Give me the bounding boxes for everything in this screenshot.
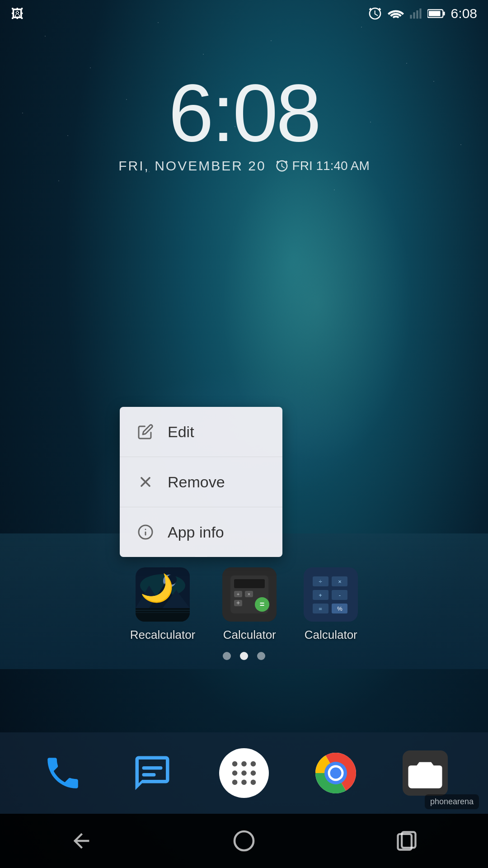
svg-text:=: = [260, 600, 265, 609]
svg-text:=: = [319, 605, 322, 612]
svg-rect-5 [443, 12, 445, 16]
svg-text:-: - [339, 592, 341, 599]
alarm-text: FRI 11:40 AM [275, 159, 370, 173]
nav-home-button[interactable] [226, 823, 262, 859]
camera-icon [403, 750, 448, 796]
page-dot-3[interactable] [257, 652, 265, 660]
nav-recents-button[interactable] [389, 823, 425, 859]
svg-rect-3 [419, 9, 421, 19]
signal-icon [409, 7, 422, 20]
status-right-icons: 6:08 [368, 6, 477, 21]
edit-icon [136, 422, 155, 441]
menu-item-appinfo[interactable]: App info [120, 507, 282, 557]
svg-text:+: + [319, 592, 322, 599]
nav-back-button[interactable] [63, 823, 99, 859]
svg-point-48 [232, 761, 238, 767]
svg-point-60 [330, 768, 342, 779]
appinfo-label: App info [168, 524, 224, 541]
alarm-icon [368, 6, 382, 21]
svg-point-15 [167, 575, 177, 585]
svg-text:+: + [237, 591, 239, 597]
status-time: 6:08 [451, 6, 477, 21]
svg-rect-2 [416, 10, 418, 19]
svg-text:÷: ÷ [319, 578, 322, 585]
svg-rect-63 [402, 832, 415, 848]
svg-rect-0 [410, 15, 412, 19]
svg-point-50 [251, 761, 256, 767]
svg-point-54 [232, 780, 238, 785]
watermark: phonearena [425, 794, 479, 809]
battery-icon [427, 7, 446, 20]
app-item-recalculator[interactable]: Recalculator [130, 567, 196, 642]
messaging-icon [130, 750, 175, 796]
svg-point-55 [241, 780, 247, 785]
clock-area: 6:08 FRI, NOVEMBER 20 FRI 11:40 AM [0, 72, 488, 174]
svg-rect-1 [413, 12, 415, 19]
app-item-calculator1[interactable]: + × = + Calculator [222, 567, 277, 642]
watermark-text: phonearena [425, 794, 479, 809]
recalculator-icon [136, 567, 190, 622]
svg-text:×: × [338, 578, 342, 585]
apps-drawer-icon [219, 748, 269, 798]
svg-rect-33 [304, 567, 358, 622]
dock [0, 732, 488, 814]
calculator2-label: Calculator [305, 628, 357, 642]
app-item-calculator2[interactable]: ÷ × + - = % Calculator [304, 567, 358, 642]
page-dot-1[interactable] [223, 652, 231, 660]
recalculator-image [136, 567, 190, 622]
dock-item-camera[interactable] [403, 750, 448, 796]
calculator1-icon: + × = + [222, 567, 277, 622]
phone-icon [40, 750, 85, 796]
svg-point-53 [251, 770, 256, 776]
date-alarm-row: FRI, NOVEMBER 20 FRI 11:40 AM [0, 158, 488, 174]
dock-item-phone[interactable] [40, 750, 85, 796]
alarm-small-icon [275, 159, 289, 173]
context-menu: Edit Remove App info [120, 407, 282, 557]
dock-item-apps[interactable] [219, 748, 269, 798]
calculator2-image: ÷ × + - = % [304, 567, 358, 622]
svg-rect-24 [234, 579, 265, 588]
svg-text:+: + [236, 599, 240, 606]
svg-rect-6 [428, 11, 440, 16]
svg-point-14 [163, 575, 176, 587]
calculator1-image: + × = + [222, 567, 277, 622]
page-indicator [0, 652, 488, 660]
svg-text:%: % [337, 605, 343, 612]
recalculator-label: Recalculator [130, 628, 196, 642]
dock-item-messaging[interactable] [130, 750, 175, 796]
svg-rect-47 [142, 773, 156, 777]
calculator1-label: Calculator [223, 628, 276, 642]
svg-point-56 [251, 780, 256, 785]
edit-label: Edit [168, 423, 194, 441]
svg-point-51 [232, 770, 238, 776]
remove-icon [136, 472, 155, 491]
main-clock: 6:08 [0, 72, 488, 154]
svg-point-52 [241, 770, 247, 776]
nav-bar [0, 814, 488, 868]
status-bar: 🖼 6:08 [0, 0, 488, 27]
svg-point-61 [235, 831, 253, 850]
wallpaper-icon: 🖼 [11, 6, 23, 21]
dock-item-chrome[interactable] [313, 750, 358, 796]
chrome-icon [313, 750, 358, 796]
svg-rect-46 [142, 766, 163, 770]
remove-label: Remove [168, 473, 225, 491]
app-icons-row: Recalculator + × = + C [0, 567, 488, 642]
menu-item-edit[interactable]: Edit [120, 407, 282, 457]
date-text: FRI, NOVEMBER 20 [118, 158, 266, 174]
wifi-icon [388, 7, 404, 20]
calculator2-icon: ÷ × + - = % [304, 567, 358, 622]
page-dot-2[interactable] [240, 652, 248, 660]
status-left-icons: 🖼 [11, 6, 23, 21]
svg-point-49 [241, 761, 247, 767]
svg-text:×: × [248, 591, 250, 597]
menu-item-remove[interactable]: Remove [120, 457, 282, 507]
info-icon [136, 523, 155, 542]
